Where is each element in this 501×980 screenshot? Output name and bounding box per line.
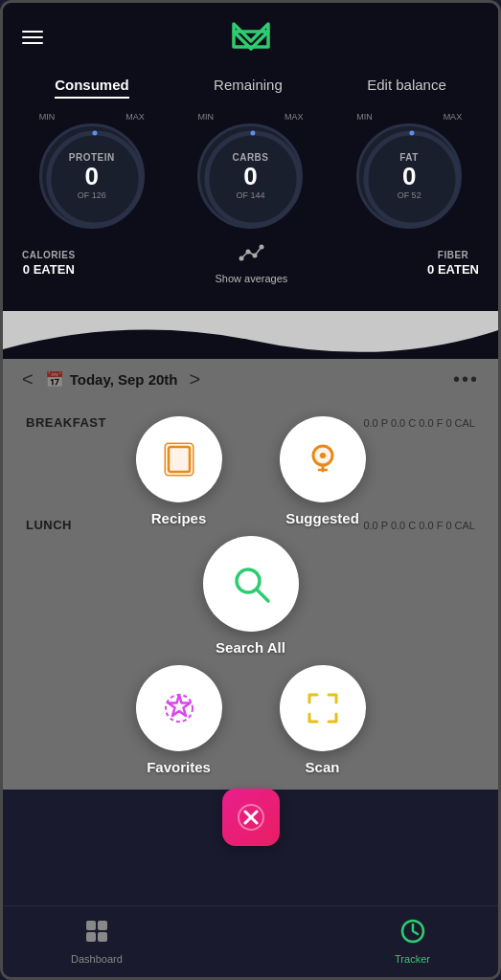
close-menu-wrap bbox=[222, 789, 280, 846]
carbs-circle: CARBS 0 OF 144 bbox=[197, 123, 303, 229]
recipes-item[interactable]: Recipes bbox=[136, 416, 222, 526]
scan-button[interactable] bbox=[280, 665, 366, 751]
protein-gauge: MIN MAX PROTEIN 0 OF 126 bbox=[39, 112, 145, 229]
protein-circle: PROTEIN 0 OF 126 bbox=[39, 123, 145, 229]
search-all-button[interactable] bbox=[203, 536, 299, 632]
calories-stat: CALORIES 0 EATEN bbox=[22, 250, 76, 277]
gauges-row: MIN MAX PROTEIN 0 OF 126 MIN MAX bbox=[12, 112, 489, 229]
favorites-label: Favorites bbox=[147, 759, 211, 775]
menu-button[interactable] bbox=[22, 31, 43, 44]
fat-value: 0 bbox=[402, 163, 416, 190]
favorites-button[interactable] bbox=[136, 665, 222, 751]
stats-tabs: Consumed Remaining Edit balance bbox=[12, 77, 489, 99]
carbs-min-label: MIN bbox=[197, 112, 214, 122]
carbs-value: 0 bbox=[243, 163, 257, 190]
tab-edit-balance[interactable]: Edit balance bbox=[367, 77, 446, 99]
recipes-label: Recipes bbox=[151, 510, 207, 526]
protein-max-label: MAX bbox=[125, 112, 145, 122]
suggested-button[interactable] bbox=[280, 416, 366, 502]
calories-title: CALORIES bbox=[22, 250, 76, 260]
stats-section: Consumed Remaining Edit balance MIN MAX … bbox=[3, 67, 498, 313]
nav-tracker[interactable]: Tracker bbox=[395, 919, 430, 965]
close-menu-button[interactable] bbox=[222, 789, 280, 846]
show-averages-label: Show averages bbox=[215, 273, 287, 284]
fiber-value: 0 EATEN bbox=[427, 262, 479, 277]
suggested-item[interactable]: Suggested bbox=[280, 416, 366, 526]
fat-min-label: MIN bbox=[356, 112, 373, 122]
protein-value: 0 bbox=[85, 163, 99, 190]
svg-rect-26 bbox=[98, 921, 107, 930]
wave-separator bbox=[3, 311, 498, 359]
averages-icon bbox=[237, 242, 265, 269]
fat-max-label: MAX bbox=[444, 112, 463, 122]
main-content: < 📅 Today, Sep 20th > ••• BREAKFAST 0.0 … bbox=[3, 359, 498, 790]
nav-dashboard[interactable]: Dashboard bbox=[71, 919, 123, 965]
suggested-label: Suggested bbox=[285, 510, 359, 526]
fat-circle: FAT 0 OF 52 bbox=[356, 123, 462, 229]
popup-row-2: Search All bbox=[203, 536, 299, 656]
bottom-stats: CALORIES 0 EATEN Show averages FIBER 0 E… bbox=[12, 242, 489, 284]
fat-gauge: MIN MAX FAT 0 OF 52 bbox=[356, 112, 462, 229]
carbs-gauge: MIN MAX CARBS 0 OF 144 bbox=[197, 112, 303, 229]
scan-label: Scan bbox=[306, 759, 340, 775]
svg-rect-25 bbox=[86, 921, 96, 930]
svg-rect-27 bbox=[86, 932, 96, 942]
popup-row-1: Recipes Suggested bbox=[136, 416, 366, 526]
svg-line-20 bbox=[257, 590, 268, 601]
tracker-label: Tracker bbox=[395, 953, 430, 965]
search-all-label: Search All bbox=[216, 639, 285, 656]
fiber-stat: FIBER 0 EATEN bbox=[427, 250, 479, 277]
scan-item[interactable]: Scan bbox=[280, 665, 366, 775]
show-averages-button[interactable]: Show averages bbox=[215, 242, 287, 284]
app-logo bbox=[230, 16, 272, 57]
svg-point-16 bbox=[320, 453, 326, 458]
tab-remaining[interactable]: Remaining bbox=[214, 77, 283, 99]
popup-menu: Recipes Suggested bbox=[3, 416, 498, 846]
search-all-item[interactable]: Search All bbox=[203, 536, 299, 656]
carbs-of: OF 144 bbox=[236, 190, 264, 200]
tab-consumed[interactable]: Consumed bbox=[55, 77, 129, 99]
protein-min-label: MIN bbox=[39, 112, 56, 122]
dashboard-label: Dashboard bbox=[71, 953, 123, 965]
dashboard-icon bbox=[84, 919, 109, 949]
protein-of: OF 126 bbox=[78, 190, 106, 200]
favorites-item[interactable]: Favorites bbox=[136, 665, 222, 775]
carbs-max-label: MAX bbox=[285, 112, 304, 122]
fat-of: OF 52 bbox=[398, 190, 421, 200]
app-header bbox=[3, 3, 498, 67]
recipes-button[interactable] bbox=[136, 416, 222, 502]
fiber-title: FIBER bbox=[438, 250, 469, 260]
bottom-navigation: Dashboard Tracker bbox=[3, 905, 498, 977]
popup-row-3: Favorites Scan bbox=[136, 665, 366, 775]
svg-rect-28 bbox=[98, 932, 107, 942]
calories-value: 0 EATEN bbox=[23, 262, 75, 277]
tracker-icon bbox=[400, 919, 425, 949]
